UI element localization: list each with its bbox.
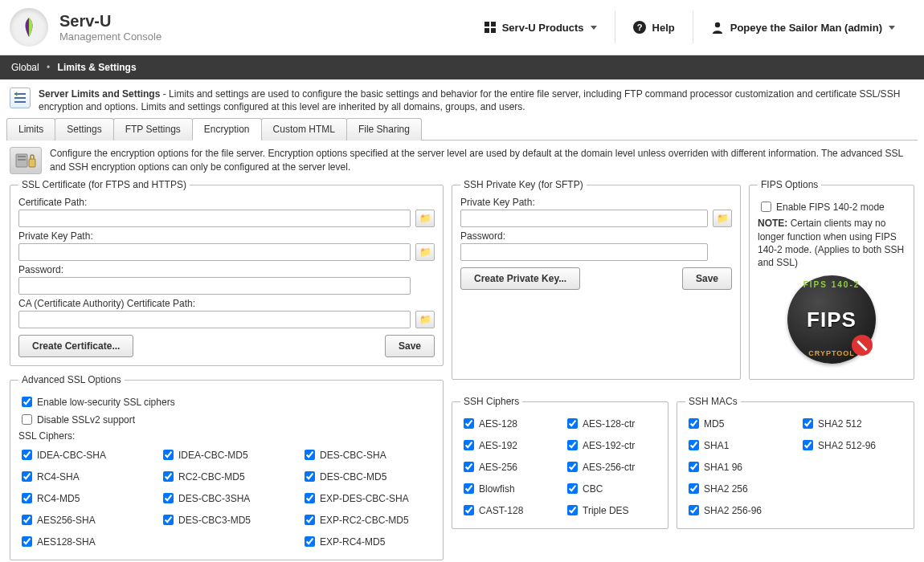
ssh-cipher-aes-128-ctr[interactable]: AES-128-ctr: [564, 416, 660, 431]
ssl-cipher-des-cbc3-md5[interactable]: DES-CBC3-MD5: [160, 512, 293, 527]
ssh-cipher-blowfish[interactable]: Blowfish: [460, 481, 556, 496]
ssl-ciphers-label: SSL Ciphers:: [18, 430, 435, 442]
app-logo-icon: [10, 8, 48, 47]
ssl-password-input[interactable]: [18, 277, 411, 295]
svg-rect-12: [18, 159, 26, 161]
ssh-cipher-cbc[interactable]: CBC: [564, 481, 660, 496]
help-link[interactable]: ? Help: [615, 11, 693, 43]
ssh-cipher-aes-256-ctr[interactable]: AES-256-ctr: [564, 459, 660, 474]
tab-file-sharing[interactable]: File Sharing: [346, 118, 422, 140]
ssl-cipher-des-cbc-md5[interactable]: DES-CBC-MD5: [301, 469, 435, 484]
ssh-ciphers-group: SSH Ciphers AES-128AES-128-ctrAES-192AES…: [452, 396, 668, 529]
folder-icon: 📁: [419, 246, 431, 258]
panel-body: Configure the encryption options for the…: [0, 140, 924, 562]
ssh-mac-sha2-512[interactable]: SHA2 512: [799, 416, 906, 431]
ssh-cipher-grid: AES-128AES-128-ctrAES-192AES-192-ctrAES-…: [460, 413, 660, 520]
ssh-mac-label: SHA1: [704, 440, 729, 451]
chevron-down-icon: [591, 26, 597, 30]
ssh-mac-grid: MD5SHA2 512SHA1SHA2 512-96SHA1 96SHA2 25…: [685, 413, 906, 520]
ssh-mac-label: SHA2 256-96: [704, 505, 762, 516]
ssl-password-label: Password:: [18, 264, 435, 275]
ssl-cipher-aes256-sha[interactable]: AES256-SHA: [18, 512, 152, 527]
tab-limits[interactable]: Limits: [6, 118, 55, 140]
ssl-cipher-label: RC4-SHA: [37, 471, 80, 483]
ssh-mac-md5[interactable]: MD5: [685, 416, 791, 431]
svg-rect-9: [14, 101, 26, 103]
ssh-cipher-aes-256[interactable]: AES-256: [460, 459, 556, 474]
breadcrumb-root[interactable]: Global: [11, 62, 39, 73]
products-menu[interactable]: Serv-U Products: [467, 11, 615, 43]
ssh-mac-sha1-96[interactable]: SHA1 96: [685, 459, 791, 474]
ssl-cipher-des-cbc-3sha[interactable]: DES-CBC-3SHA: [160, 491, 293, 506]
fips-note: NOTE: Certain clients may no longer func…: [758, 217, 906, 269]
ssl-cipher-label: EXP-RC4-MD5: [320, 536, 385, 548]
ssl-cipher-exp-rc4-md5[interactable]: EXP-RC4-MD5: [301, 534, 435, 549]
priv-key-path-input[interactable]: [18, 243, 411, 261]
ssh-cipher-aes-128[interactable]: AES-128: [460, 416, 556, 431]
browse-cert-path-button[interactable]: 📁: [415, 210, 435, 227]
folder-icon: 📁: [419, 314, 431, 325]
ssh-cipher-aes-192[interactable]: AES-192: [460, 438, 556, 453]
ssh-cipher-label: AES-256-ctr: [583, 462, 635, 473]
enable-low-ciphers-checkbox[interactable]: Enable low-security SSL ciphers: [18, 394, 435, 409]
ca-path-input[interactable]: [18, 311, 411, 328]
user-menu[interactable]: Popeye the Sailor Man (admin): [693, 11, 913, 43]
ssl-cipher-idea-cbc-md5[interactable]: IDEA-CBC-MD5: [160, 447, 293, 462]
ssh-macs-legend: SSH MACs: [685, 396, 741, 407]
create-certificate-button[interactable]: Create Certificate...: [18, 335, 133, 357]
ssh-cipher-triple-des[interactable]: Triple DES: [564, 503, 660, 518]
ssh-cipher-label: CAST-128: [479, 505, 523, 516]
ssl-cipher-rc4-md5[interactable]: RC4-MD5: [18, 491, 152, 506]
ssh-mac-sha2-256-96[interactable]: SHA2 256-96: [685, 503, 791, 518]
ssh-mac-label: SHA2 512: [818, 418, 862, 430]
ssh-cipher-cast-128[interactable]: CAST-128: [460, 503, 556, 518]
ssh-priv-key-label: Private Key Path:: [460, 197, 732, 208]
ssl-cipher-idea-cbc-sha[interactable]: IDEA-CBC-SHA: [18, 447, 152, 462]
ssl-cipher-label: EXP-DES-CBC-SHA: [320, 493, 409, 504]
ssh-priv-key-input[interactable]: [460, 210, 708, 227]
tab-settings[interactable]: Settings: [55, 118, 113, 140]
ssh-cipher-label: Blowfish: [479, 483, 515, 495]
ssh-ciphers-legend: SSH Ciphers: [460, 396, 522, 407]
ssl-cipher-label: RC2-CBC-MD5: [178, 471, 245, 483]
ssh-password-label: Password:: [460, 230, 732, 242]
ssl-cipher-exp-rc2-cbc-md5[interactable]: EXP-RC2-CBC-MD5: [301, 512, 435, 527]
priv-key-path-label: Private Key Path:: [18, 230, 435, 242]
ssl-save-button[interactable]: Save: [385, 335, 435, 357]
ssh-private-key-legend: SSH Private Key (for SFTP): [460, 179, 587, 190]
fips-legend: FIPS Options: [758, 179, 821, 190]
ssl-cipher-rc4-sha[interactable]: RC4-SHA: [18, 469, 152, 484]
svg-rect-3: [491, 28, 496, 33]
browse-priv-key-button[interactable]: 📁: [415, 243, 435, 261]
create-private-key-button[interactable]: Create Private Key...: [460, 267, 580, 290]
disable-sslv2-checkbox[interactable]: Disable SSLv2 support: [18, 412, 435, 427]
ssl-cipher-label: DES-CBC-MD5: [320, 471, 386, 483]
svg-rect-2: [484, 28, 489, 33]
ssh-mac-sha2-512-96[interactable]: SHA2 512-96: [799, 438, 906, 453]
logo-wrap: [6, 5, 51, 50]
ssh-password-input[interactable]: [460, 243, 708, 261]
ssl-cipher-label: DES-CBC-SHA: [320, 450, 386, 461]
ssl-cipher-aes128-sha[interactable]: AES128-SHA: [18, 534, 152, 549]
ssl-cipher-exp-des-cbc-sha[interactable]: EXP-DES-CBC-SHA: [301, 491, 435, 506]
section-desc: - Limits and settings are used to config…: [39, 88, 900, 112]
tab-ftp-settings[interactable]: FTP Settings: [113, 118, 193, 140]
svg-point-6: [715, 22, 720, 27]
enable-fips-checkbox[interactable]: Enable FIPS 140-2 mode: [758, 199, 906, 214]
ssl-certificate-group: SSL Certificate (for FTPS and HTTPS) Cer…: [10, 179, 444, 366]
browse-ca-path-button[interactable]: 📁: [415, 311, 435, 328]
ssh-mac-sha1[interactable]: SHA1: [685, 438, 791, 453]
cert-path-input[interactable]: [18, 210, 411, 227]
section-title: Server Limits and Settings: [39, 88, 160, 100]
ssh-save-button[interactable]: Save: [682, 267, 732, 290]
fips-badge-icon: FIPS 140-2 FIPS CRYPTOOL: [787, 275, 876, 364]
tab-custom-html[interactable]: Custom HTML: [261, 118, 347, 140]
ssh-mac-sha2-256[interactable]: SHA2 256: [685, 481, 791, 496]
ssl-cipher-rc2-cbc-md5[interactable]: RC2-CBC-MD5: [160, 469, 293, 484]
browse-ssh-key-button[interactable]: 📁: [713, 210, 732, 227]
help-label: Help: [652, 22, 675, 34]
ssl-cipher-des-cbc-sha[interactable]: DES-CBC-SHA: [301, 447, 435, 462]
ssh-cipher-aes-192-ctr[interactable]: AES-192-ctr: [564, 438, 660, 453]
tab-encryption[interactable]: Encryption: [192, 118, 262, 140]
ssh-cipher-label: AES-192-ctr: [583, 440, 635, 451]
